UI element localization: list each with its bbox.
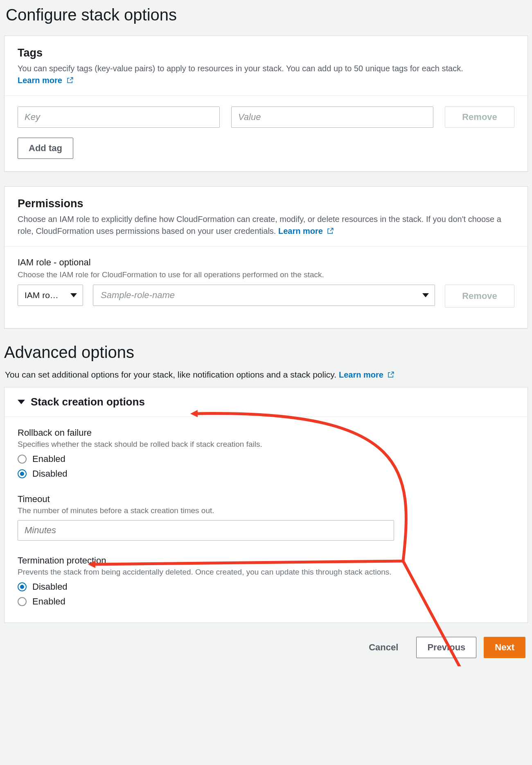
- add-tag-button[interactable]: Add tag: [18, 138, 73, 159]
- external-link-icon: [327, 226, 334, 233]
- permissions-header: Permissions Choose an IAM role to explic…: [5, 187, 527, 247]
- permissions-learn-more-link[interactable]: Learn more: [278, 226, 334, 235]
- radio-icon: [18, 469, 27, 478]
- rollback-enabled-radio[interactable]: Enabled: [18, 454, 514, 464]
- iam-role-hint: Choose the IAM role for CloudFormation t…: [18, 269, 514, 281]
- cancel-button[interactable]: Cancel: [358, 637, 409, 658]
- advanced-options-title: Advanced options: [4, 343, 528, 362]
- tags-header: Tags You can specify tags (key-value pai…: [5, 36, 527, 96]
- rollback-label: Rollback on failure: [18, 428, 514, 438]
- rollback-disabled-radio[interactable]: Disabled: [18, 469, 514, 479]
- radio-icon: [18, 455, 27, 464]
- permissions-title: Permissions: [18, 197, 514, 210]
- timeout-input[interactable]: [18, 520, 394, 541]
- timeout-group: Timeout The number of minutes before a s…: [18, 494, 514, 541]
- termination-label: Termination protection: [18, 555, 514, 566]
- radio-icon: [18, 582, 27, 591]
- radio-icon: [18, 597, 27, 606]
- iam-role-type-select[interactable]: IAM ro…: [18, 285, 83, 306]
- termination-hint: Prevents the stack from being accidental…: [18, 568, 514, 577]
- termination-group: Termination protection Prevents the stac…: [18, 555, 514, 607]
- stack-creation-options-toggle[interactable]: Stack creation options: [5, 387, 527, 417]
- previous-button[interactable]: Previous: [416, 637, 476, 658]
- caret-down-icon: [18, 400, 25, 404]
- tags-title: Tags: [18, 47, 514, 59]
- iam-role-label: IAM role - optional: [18, 257, 514, 268]
- wizard-footer: Cancel Previous Next: [4, 627, 528, 662]
- termination-disabled-radio[interactable]: Disabled: [18, 582, 514, 592]
- rollback-group: Rollback on failure Specifies whether th…: [18, 428, 514, 479]
- permissions-panel: Permissions Choose an IAM role to explic…: [4, 186, 528, 328]
- stack-creation-options-panel: Stack creation options Rollback on failu…: [4, 387, 528, 623]
- tags-desc: You can specify tags (key-value pairs) t…: [18, 63, 514, 86]
- external-link-icon: [387, 371, 394, 378]
- caret-down-icon: [422, 293, 429, 297]
- timeout-hint: The number of minutes before a stack cre…: [18, 506, 514, 515]
- tags-panel: Tags You can specify tags (key-value pai…: [4, 36, 528, 172]
- permissions-desc: Choose an IAM role to explicitly define …: [18, 213, 514, 237]
- page-title: Configure stack options: [6, 6, 528, 24]
- tag-key-input[interactable]: [18, 106, 220, 128]
- advanced-learn-more-link[interactable]: Learn more: [339, 370, 395, 379]
- iam-role-remove-button[interactable]: Remove: [445, 285, 514, 308]
- iam-role-name-select[interactable]: Sample-role-name: [93, 285, 435, 306]
- caret-down-icon: [70, 293, 77, 297]
- rollback-hint: Specifies whether the stack should be ro…: [18, 440, 514, 449]
- next-button[interactable]: Next: [484, 637, 525, 658]
- external-link-icon: [66, 75, 74, 83]
- tag-remove-button[interactable]: Remove: [445, 106, 514, 128]
- timeout-label: Timeout: [18, 494, 514, 505]
- tag-row: Remove: [18, 106, 514, 128]
- stack-creation-options-title: Stack creation options: [31, 396, 145, 408]
- advanced-options-desc: You can set additional options for your …: [5, 370, 528, 380]
- tag-value-input[interactable]: [231, 106, 433, 128]
- termination-enabled-radio[interactable]: Enabled: [18, 596, 514, 607]
- tags-learn-more-link[interactable]: Learn more: [18, 76, 74, 85]
